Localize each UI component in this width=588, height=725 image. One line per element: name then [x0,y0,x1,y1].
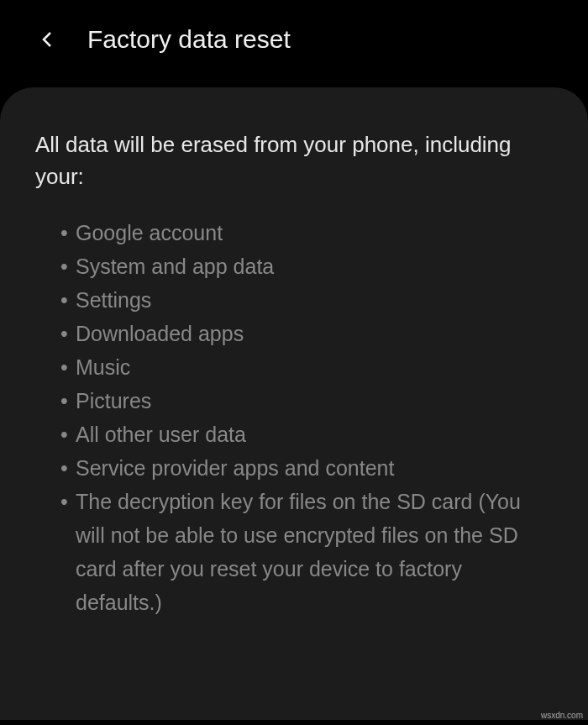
chevron-left-icon [38,29,58,50]
list-item: Downloaded apps [60,317,553,350]
watermark: wsxdn.com [541,711,583,720]
header: Factory data reset [0,0,588,87]
list-item: The decryption key for files on the SD c… [60,485,553,619]
list-item: System and app data [60,250,553,283]
intro-text: All data will be erased from your phone,… [35,129,553,192]
erase-list: Google account System and app data Setti… [35,216,553,619]
content-card: All data will be erased from your phone,… [0,87,588,720]
list-item: All other user data [60,418,553,451]
list-item: Service provider apps and content [60,451,553,485]
back-button[interactable] [38,29,58,50]
page-title: Factory data reset [87,25,291,54]
list-item: Music [60,350,553,384]
list-item: Pictures [60,384,553,418]
list-item: Google account [60,216,553,250]
list-item: Settings [60,283,553,317]
